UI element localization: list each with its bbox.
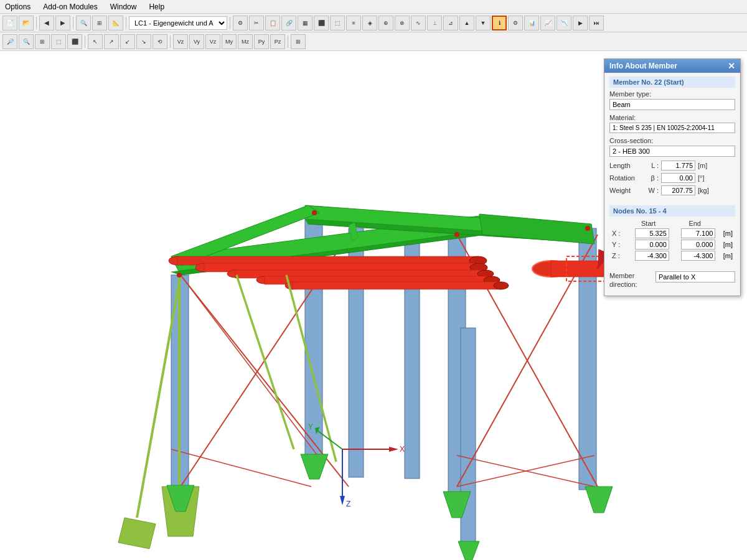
tb2-btn-4[interactable]: ⬚: [51, 34, 66, 49]
info-section-member: Member No. 22 (Start) Member type: Beam …: [604, 73, 740, 202]
tb2-btn-9[interactable]: ↘: [136, 34, 151, 49]
tb-btn-21[interactable]: ⚙: [508, 16, 523, 30]
tb2-btn-12[interactable]: Vy: [189, 34, 204, 49]
tb2-btn-5[interactable]: ⬛: [67, 34, 82, 49]
new-button[interactable]: 📄: [2, 16, 17, 30]
view-btn-1[interactable]: 🔍: [76, 16, 91, 30]
col-start-header: Start: [625, 219, 672, 228]
tb2-btn-8[interactable]: ↙: [120, 34, 135, 49]
weight-unit: [kg]: [698, 187, 709, 194]
tb2-btn-16[interactable]: Py: [254, 34, 269, 49]
tb-btn-18[interactable]: ▲: [459, 16, 474, 30]
info-about-member-panel: Info About Member ✕ Member No. 22 (Start…: [604, 58, 741, 296]
tb2-btn-17[interactable]: Pz: [270, 34, 285, 49]
info-about-member-btn[interactable]: ℹ: [492, 16, 507, 30]
material-label: Material:: [609, 114, 735, 121]
z-start-input[interactable]: [635, 251, 669, 261]
view-btn-3[interactable]: 📐: [108, 16, 123, 30]
tb-btn-22[interactable]: 📊: [524, 16, 539, 30]
nav-back[interactable]: ◀: [39, 16, 54, 30]
tb-btn-6[interactable]: 📋: [265, 16, 280, 30]
tb2-btn-7[interactable]: ↗: [104, 34, 119, 49]
x-start-input[interactable]: [635, 228, 669, 238]
tb-btn-15[interactable]: ∿: [411, 16, 426, 30]
member-direction-value: Parallel to X: [655, 271, 735, 282]
svg-point-53: [312, 210, 317, 215]
nodes-header: Nodes No. 15 - 4: [609, 205, 735, 217]
menu-options[interactable]: Options: [2, 2, 33, 12]
y-end-input[interactable]: [681, 240, 715, 250]
sep5: [85, 35, 85, 48]
info-panel-title: Info About Member: [609, 62, 677, 70]
weight-row: Weight W : [kg]: [609, 185, 735, 195]
member-type-value: Beam: [609, 99, 735, 110]
tb-btn-26[interactable]: ⏭: [589, 16, 604, 30]
weight-symbol: W :: [646, 187, 659, 194]
rotation-symbol: β :: [646, 174, 659, 182]
tb-btn-7[interactable]: 🔗: [281, 16, 296, 30]
tb2-btn-11[interactable]: Vz: [173, 34, 188, 49]
svg-text:Z: Z: [346, 500, 350, 508]
tb-btn-25[interactable]: ▶: [573, 16, 588, 30]
tb-btn-13[interactable]: ⊕: [378, 16, 393, 30]
member-direction-label: Member direction:: [609, 271, 653, 289]
sep3: [126, 17, 126, 29]
tb-btn-23[interactable]: 📈: [540, 16, 555, 30]
tb2-btn-3[interactable]: ⊞: [35, 34, 50, 49]
load-case-dropdown[interactable]: LC1 - Eigengewicht und A: [129, 16, 227, 30]
tb2-btn-1[interactable]: 🔎: [2, 34, 17, 49]
menu-help[interactable]: Help: [146, 2, 167, 12]
tb2-btn-2[interactable]: 🔍: [19, 34, 34, 49]
z-end-input[interactable]: [681, 251, 715, 261]
info-section-direction: Member direction: Parallel to X: [604, 268, 740, 296]
tb-btn-16[interactable]: ⟂: [427, 16, 442, 30]
y-label: Y :: [609, 239, 625, 250]
member-type-label: Member type:: [609, 90, 735, 98]
length-row: Length L : [m]: [609, 161, 735, 170]
tb2-btn-6[interactable]: ↖: [88, 34, 103, 49]
direction-row: Member direction: Parallel to X: [609, 271, 735, 289]
tb-btn-24[interactable]: 📉: [557, 16, 571, 30]
tb-btn-14[interactable]: ⊗: [395, 16, 410, 30]
tb-btn-11[interactable]: ≡: [346, 16, 361, 30]
length-symbol: L :: [646, 162, 659, 169]
rotation-input[interactable]: [661, 173, 695, 183]
tb2-btn-13[interactable]: Vz: [205, 34, 220, 49]
tb-btn-9[interactable]: ⬛: [314, 16, 329, 30]
x-end-input[interactable]: [681, 228, 715, 238]
menubar: Options Add-on Modules Window Help: [0, 0, 747, 14]
tb2-btn-18[interactable]: ⊞: [291, 34, 306, 49]
view-btn-2[interactable]: ⊞: [92, 16, 107, 30]
y-start-input[interactable]: [635, 240, 669, 250]
cross-section-value: 2 - HEB 300: [609, 146, 735, 157]
col-end-header: End: [672, 219, 718, 228]
weight-input[interactable]: [661, 185, 695, 195]
tb-btn-19[interactable]: ▼: [476, 16, 491, 30]
open-button[interactable]: 📂: [19, 16, 34, 30]
node-y-row: Y : [m]: [609, 239, 735, 250]
weight-label: Weight: [609, 187, 644, 194]
tb-btn-10[interactable]: ⬚: [330, 16, 345, 30]
tb-btn-17[interactable]: ⊿: [443, 16, 458, 30]
info-panel-close-button[interactable]: ✕: [728, 62, 735, 70]
length-input[interactable]: [661, 161, 695, 170]
tb2-btn-10[interactable]: ⟲: [153, 34, 167, 49]
length-label: Length: [609, 162, 644, 169]
tb-btn-8[interactable]: ▦: [298, 16, 312, 30]
nav-forward[interactable]: ▶: [55, 16, 70, 30]
sep2: [73, 17, 73, 29]
sep7: [288, 35, 288, 48]
tb-btn-4[interactable]: ⚙: [233, 16, 248, 30]
info-section-nodes: Nodes No. 15 - 4 Start End X : [m] Y :: [604, 202, 740, 268]
tb-btn-5[interactable]: ✂: [249, 16, 264, 30]
menu-window[interactable]: Window: [108, 2, 139, 12]
menu-addon-modules[interactable]: Add-on Modules: [40, 2, 100, 12]
tb2-btn-15[interactable]: Mz: [238, 34, 253, 49]
svg-point-36: [494, 282, 509, 289]
sep4: [230, 17, 230, 29]
info-panel-titlebar: Info About Member ✕: [604, 59, 740, 73]
sep1: [36, 17, 37, 29]
sep6: [170, 35, 171, 48]
tb2-btn-14[interactable]: My: [222, 34, 237, 49]
tb-btn-12[interactable]: ◈: [362, 16, 377, 30]
